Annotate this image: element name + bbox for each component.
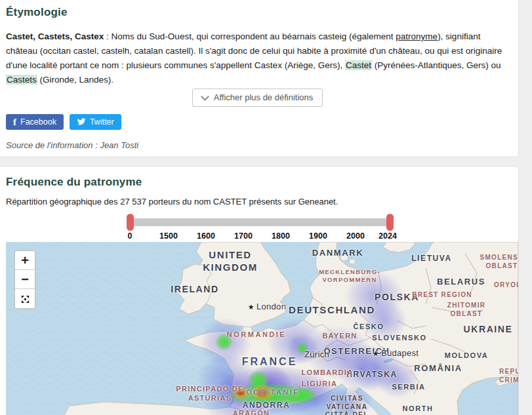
frequency-description: Répartition géographique des 27 537 port… [6,197,518,207]
page: Étymologie Castet, Castets, Castex : Nom… [0,0,519,415]
slider-handle-min[interactable] [127,214,134,231]
slider-tick-1700: 1700 [234,231,253,241]
surname-variants: Castet, Castets, Castex [6,31,104,41]
distribution-map[interactable]: UNITED KINGDOM IRELAND DANMARK DEUTSCHLA… [6,242,518,415]
show-more-definitions-button[interactable]: Afficher plus de définitions [192,89,323,107]
twitter-share-button[interactable]: Twitter [70,114,121,130]
social-share-row: f Facebook Twitter [6,114,509,130]
map-zoom-out-button[interactable]: − [15,270,35,289]
etymology-title: Étymologie [6,6,509,19]
fullscreen-icon [21,295,30,304]
slider-tick-1900: 1900 [309,231,327,241]
etymology-text-4: (Gironde, Landes). [37,75,113,85]
etymology-text-1: : Noms du Sud-Ouest, qui correspondent a… [104,31,396,41]
etymology-paragraph: Castet, Castets, Castex : Noms du Sud-Ou… [6,30,509,87]
slider-tick-1500: 1500 [159,231,178,241]
slider-track[interactable] [130,218,390,226]
etymology-card: Étymologie Castet, Castets, Castex : Nom… [0,0,519,157]
map-controls: + − [14,250,36,309]
show-more-definitions-label: Afficher plus de définitions [214,92,314,102]
slider-tick-2024: 2024 [379,231,397,241]
source-attribution: Source de l'information : Jean Tosti [6,140,509,150]
frequency-card: Fréquence du patronyme Répartition géogr… [0,166,519,415]
slider-handle-max[interactable] [386,214,394,231]
etymology-text-3: (Pyrénées-Atlantiques, Gers) ou [372,60,501,70]
facebook-share-button[interactable]: f Facebook [6,114,64,130]
frequency-title: Fréquence du patronyme [6,176,518,189]
slider-tick-1600: 1600 [197,231,215,241]
chevron-down-icon [201,92,209,101]
slider-tick-0: 0 [128,231,133,241]
more-definitions-row: Afficher plus de définitions [6,89,509,107]
highlight-castet: Castet [345,60,372,70]
facebook-label: Facebook [20,117,56,127]
map-base-layer [6,242,518,415]
slider-tick-2000: 2000 [346,231,365,241]
map-zoom-in-button[interactable]: + [15,251,35,270]
facebook-icon: f [13,117,16,127]
twitter-label: Twitter [90,117,114,127]
twitter-icon [77,118,86,126]
map-fullscreen-button[interactable] [15,289,35,308]
patronyme-link[interactable]: patronyme [396,31,438,41]
year-range-slider: 0 1500 1600 1700 1800 1900 2000 2024 [6,217,518,242]
slider-tick-1800: 1800 [272,231,290,241]
highlight-castets: Castets [6,75,37,85]
